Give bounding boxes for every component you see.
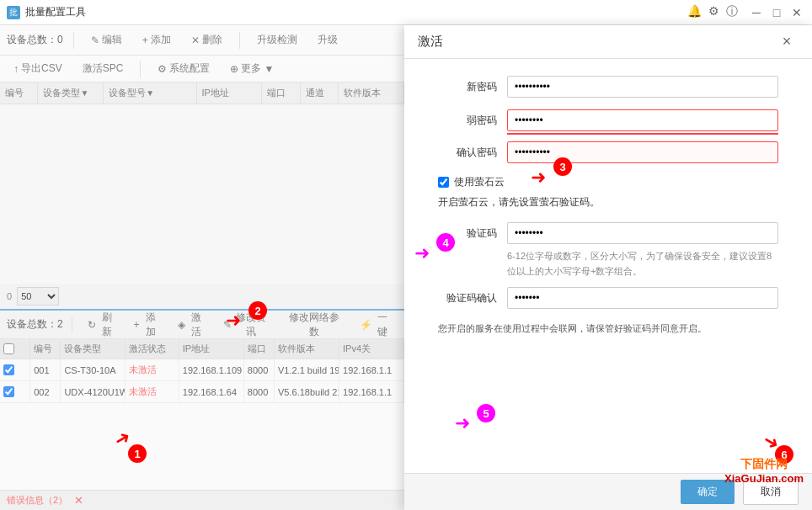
td-ipv4-1: 192.168.1.1 (339, 359, 404, 380)
row1-checkbox[interactable] (3, 364, 14, 375)
window-controls: 🔔 ⚙ ⓘ ─ □ ✕ (687, 4, 805, 21)
td-checkbox-1[interactable] (0, 359, 30, 380)
verification-row: 验证码 (438, 222, 778, 244)
activate-spc-button[interactable]: 激活SPC (76, 59, 131, 78)
td-software-1: V1.2.1 build 191106 (275, 359, 339, 380)
add-button[interactable]: + 添加 (136, 30, 178, 50)
table-row[interactable]: 002 UDX-4120U1WA... 未激活 192.168.1.64 800… (0, 381, 404, 403)
filter2-icon[interactable]: ▼ (146, 88, 154, 98)
verification-label: 验证码 (438, 226, 497, 241)
app-title: 批量配置工具 (25, 5, 687, 19)
plus-icon: + (133, 319, 139, 331)
export-csv-button[interactable]: ↑ 导出CSV (7, 59, 69, 78)
filter-icon[interactable]: ▼ (80, 88, 88, 98)
td-num-1: 001 (30, 359, 61, 380)
top-toolbar: 设备总数：0 ✎ 编辑 + 添加 ✕ 删除 升级检测 升级 (0, 25, 404, 56)
td-port-1: 8000 (244, 359, 275, 380)
dialog-title: 激活 (418, 34, 775, 50)
warning-text: 您开启的服务在使用过程中会联网，请保管好验证码并同意开启。 (438, 321, 778, 337)
confirm-password-label: 确认密码 (438, 146, 497, 160)
upgrade-button[interactable]: 升级 (311, 30, 345, 50)
notification-icon[interactable]: 🔔 (687, 4, 702, 21)
table-row[interactable]: 001 CS-T30-10A 未激活 192.168.1.109 8000 V1… (0, 359, 404, 381)
verification-confirm-label: 验证码确认 (438, 291, 497, 305)
sep4 (72, 316, 72, 333)
row2-checkbox[interactable] (3, 386, 14, 397)
new-password-row: 新密码 (438, 76, 778, 98)
minimize-button[interactable]: ─ (748, 4, 765, 21)
bth-software: 软件版本 (275, 339, 339, 359)
refresh-icon (88, 319, 96, 331)
refresh-button[interactable]: 刷新 (81, 308, 122, 342)
use-cloud-checkbox[interactable] (438, 177, 449, 188)
dialog-content: 新密码 弱密码 确认密码 使用萤石云 开启萤石云，请先设置萤石验证码。 (404, 59, 812, 473)
confirm-password-input[interactable] (507, 141, 778, 163)
clear-error-icon[interactable]: ✕ (74, 494, 83, 507)
verification-input[interactable] (507, 222, 778, 244)
edit-info-icon: ✎ (223, 319, 232, 331)
activate-icon: ◈ (178, 319, 185, 331)
page-size-select[interactable]: 50 (17, 287, 59, 305)
edit-icon: ✎ (91, 35, 99, 46)
dialog-titlebar: 激活 × (404, 25, 812, 59)
bth-port: 端口 (244, 339, 275, 359)
th-device-type: 设备类型 ▼ (38, 82, 104, 104)
th-num: 编号 (0, 82, 38, 104)
select-all-checkbox[interactable] (3, 343, 14, 354)
bth-device-type: 设备类型 (61, 339, 126, 359)
weak-password-row: 弱密码 (438, 109, 778, 131)
more-button[interactable]: ⊕ 更多 ▼ (223, 59, 280, 78)
onekey-button[interactable]: ⚡ 一键 (353, 308, 398, 342)
settings-icon[interactable]: ⚙ (708, 4, 719, 21)
bottom-add-button[interactable]: + 添加 (126, 308, 165, 342)
edit-info-button[interactable]: ✎ 修改资讯 (216, 308, 275, 342)
bth-ipv4: IPv4关 (339, 339, 404, 359)
page-controls: 0 50 (0, 284, 404, 309)
bottom-section: 设备总数：2 刷新 + 添加 ◈ 激活 ✎ 修改资讯 (0, 309, 404, 490)
verification-confirm-input[interactable] (507, 287, 778, 309)
status-bar: 错误信息（2） ✕ (0, 490, 404, 510)
td-ip-1: 192.168.1.109 (179, 359, 244, 380)
th-port: 端口 (262, 82, 300, 104)
left-panel: 设备总数：0 ✎ 编辑 + 添加 ✕ 删除 升级检测 升级 (0, 25, 404, 510)
new-password-label: 新密码 (438, 80, 497, 94)
system-config-button[interactable]: ⚙ 系统配置 (151, 59, 216, 78)
device-total-label: 设备总数：0 (7, 33, 63, 47)
bottom-table-header: 编号 设备类型 激活状态 IP地址 端口 软件版本 IPv4关 (0, 339, 404, 359)
dialog-close-button[interactable]: × (775, 30, 799, 54)
new-password-input[interactable] (507, 76, 778, 98)
verification-confirm-row: 验证码确认 (438, 287, 778, 309)
bth-ip: IP地址 (179, 339, 244, 359)
export-icon: ↑ (13, 63, 19, 75)
td-type-1: CS-T30-10A (61, 359, 126, 380)
weak-password-input[interactable] (507, 109, 778, 131)
td-num-2: 002 (30, 381, 61, 402)
dialog-footer: 确定 取消 (404, 473, 812, 510)
onekey-icon: ⚡ (360, 319, 372, 331)
modify-network-button[interactable]: 修改网络参数 (280, 308, 348, 342)
maximize-button[interactable]: □ (768, 4, 785, 21)
main-container: 设备总数：0 ✎ 编辑 + 添加 ✕ 删除 升级检测 升级 (0, 25, 812, 510)
bth-status: 激活状态 (126, 339, 179, 359)
td-status-1: 未激活 (126, 359, 179, 380)
activation-dialog: 激活 × 新密码 弱密码 确认密码 (404, 25, 812, 510)
more-icon: ⊕ (230, 63, 238, 75)
info-icon[interactable]: ⓘ (726, 4, 738, 21)
td-ip-2: 192.168.1.64 (179, 381, 244, 402)
cancel-button[interactable]: 取消 (743, 479, 799, 505)
upgrade-check-button[interactable]: 升级检测 (250, 30, 304, 50)
th-software: 软件版本 (339, 82, 404, 104)
confirm-button[interactable]: 确定 (681, 480, 735, 504)
bth-num: 编号 (30, 339, 61, 359)
delete-button[interactable]: ✕ 删除 (184, 30, 229, 50)
use-cloud-label[interactable]: 使用萤石云 (454, 175, 505, 189)
td-ipv4-2: 192.168.1.1 (339, 381, 404, 402)
separator2 (239, 32, 240, 49)
verification-hint: 6-12位字母或数字，区分大小写，为了确保设备安全，建议设置8位以上的大小写字母… (507, 249, 778, 279)
edit-button[interactable]: ✎ 编辑 (84, 30, 129, 50)
td-checkbox-2[interactable] (0, 381, 30, 402)
td-software-2: V5.6.18build 210731 (275, 381, 339, 402)
bth-checkbox (0, 339, 30, 359)
close-button[interactable]: ✕ (788, 4, 805, 21)
bottom-activate-button[interactable]: ◈ 激活 (171, 308, 211, 342)
